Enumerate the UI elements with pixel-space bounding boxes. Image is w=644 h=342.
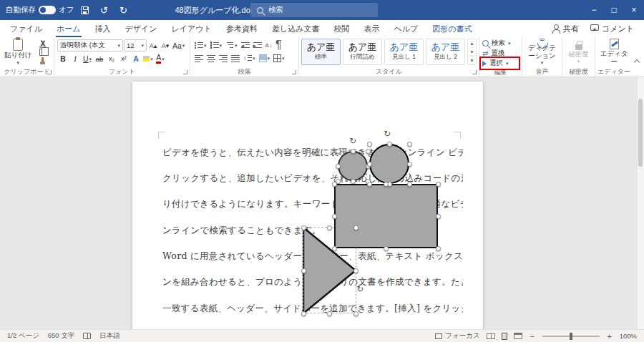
shading-button[interactable]: ▾ <box>258 52 272 64</box>
selection-handle[interactable] <box>327 225 332 230</box>
close-button[interactable]: × <box>624 0 644 20</box>
rotate-handle-icon[interactable]: ↻ <box>382 129 392 139</box>
selection-handle[interactable] <box>367 182 372 187</box>
page[interactable]: ビデオを使うと、伝えたい内容を明確に表現できます。[オンライン ビデオ] を ク… <box>132 82 483 329</box>
selection-handle[interactable] <box>407 182 412 187</box>
align-center-button[interactable] <box>205 52 217 64</box>
share-button[interactable]: 共有 <box>552 24 579 34</box>
style-card-normal[interactable]: あア亜 標準 <box>301 39 341 65</box>
styles-scroll-up-icon[interactable]: ▲ <box>468 39 476 48</box>
selection-handle[interactable] <box>327 311 332 316</box>
selection-handle[interactable] <box>351 179 356 184</box>
rotate-handle-icon[interactable]: ↻ <box>348 136 358 146</box>
strikethrough-button[interactable]: ab <box>94 53 105 64</box>
style-card-no-spacing[interactable]: あア亜 行間詰め <box>343 39 382 65</box>
autosave-toggle[interactable]: 自動保存 オフ <box>6 5 74 15</box>
style-card-heading2[interactable]: あア亜 見出し 2 <box>426 39 465 65</box>
language-status[interactable]: 日本語 <box>99 331 120 341</box>
font-size-select[interactable]: 12▾ <box>124 39 147 52</box>
font-name-select[interactable]: 游明朝体 (本文▾ <box>57 39 123 52</box>
tab-shape-format[interactable]: 図形の書式 <box>425 20 479 37</box>
justify-button[interactable] <box>230 52 241 64</box>
paste-button[interactable]: 貼り付け ▾ <box>2 39 34 65</box>
selection-handle[interactable] <box>366 149 371 154</box>
replace-button[interactable]: ⇄ 置換 <box>482 49 522 58</box>
selection-handle[interactable] <box>353 311 358 316</box>
numbering-button[interactable]: ▾ <box>209 39 224 51</box>
selection-handle[interactable] <box>353 225 358 230</box>
selection-handle[interactable] <box>367 142 372 147</box>
highlight-button[interactable]: ▾ <box>142 53 154 64</box>
sensitivity-button[interactable]: 秘密度 ▾ <box>566 39 591 65</box>
text-effects-button[interactable]: A <box>130 53 142 64</box>
selection-handle[interactable] <box>336 164 341 169</box>
toggle-switch-icon[interactable] <box>39 6 56 14</box>
align-left-button[interactable] <box>193 52 205 64</box>
selection-handle[interactable] <box>367 162 372 167</box>
selection-handle[interactable] <box>351 149 356 154</box>
bold-button[interactable]: B <box>57 53 69 64</box>
underline-button[interactable]: U▾ <box>82 53 93 64</box>
search-box[interactable]: 検索 <box>250 3 378 17</box>
bullets-button[interactable]: ▾ <box>193 39 208 51</box>
selection-handle[interactable] <box>384 182 389 187</box>
paragraph-dialog-launcher-icon[interactable] <box>292 70 296 74</box>
tab-references[interactable]: 参考資料 <box>219 20 265 37</box>
selection-handle[interactable] <box>353 268 358 273</box>
web-layout-button[interactable] <box>514 333 522 339</box>
selection-handle[interactable] <box>436 182 441 187</box>
styles-gallery-more-icon[interactable]: ▼ <box>468 56 476 64</box>
subscript-button[interactable]: x₂ <box>106 53 117 64</box>
select-button[interactable]: 選択 ▾ <box>482 59 522 68</box>
editor-button[interactable]: エディター <box>597 39 630 65</box>
format-painter-button[interactable] <box>35 56 49 64</box>
change-case-button[interactable]: Aa▾ <box>172 40 185 52</box>
zoom-in-button[interactable]: + <box>606 332 613 341</box>
grow-font-button[interactable]: A▴ <box>147 40 159 52</box>
multilevel-list-button[interactable]: ▾ <box>224 39 239 51</box>
zoom-slider[interactable] <box>542 336 600 337</box>
superscript-button[interactable]: x² <box>118 53 130 64</box>
tab-home[interactable]: ホーム <box>49 20 88 37</box>
decrease-indent-button[interactable]: ◀ <box>240 39 251 51</box>
read-mode-button[interactable] <box>487 333 495 339</box>
show-marks-button[interactable]: ¶ <box>274 39 283 51</box>
tab-insert[interactable]: 挿入 <box>88 20 118 37</box>
zoom-level[interactable]: 100% <box>620 332 637 340</box>
rotate-handle-icon[interactable]: ↻ <box>355 284 365 294</box>
save-button[interactable] <box>77 1 94 19</box>
tab-layout[interactable]: レイアウト <box>165 20 219 37</box>
vertical-scrollbar[interactable] <box>637 77 644 329</box>
shape-circle-large[interactable] <box>369 144 409 184</box>
styles-scroll-down-icon[interactable]: ▼ <box>468 48 476 57</box>
increase-indent-button[interactable]: ▶ <box>252 39 263 51</box>
selection-handle[interactable] <box>407 162 412 167</box>
proofing-status[interactable] <box>83 333 91 339</box>
zoom-out-button[interactable]: − <box>529 332 536 341</box>
focus-mode-button[interactable]: フォーカス <box>435 331 479 341</box>
tab-file[interactable]: ファイル <box>3 20 49 37</box>
page-number-status[interactable]: 1/2 ページ <box>7 331 39 341</box>
font-dialog-launcher-icon[interactable] <box>183 70 187 74</box>
line-spacing-button[interactable]: ↕▾ <box>242 52 257 64</box>
selection-handle[interactable] <box>332 182 337 187</box>
italic-button[interactable]: I <box>69 53 81 64</box>
clipboard-dialog-launcher-icon[interactable] <box>47 70 52 74</box>
minimize-button[interactable]: − <box>584 0 604 20</box>
selection-handle[interactable] <box>301 225 306 230</box>
maximize-button[interactable]: □ <box>604 0 624 20</box>
tab-help[interactable]: ヘルプ <box>386 20 425 37</box>
selection-handle[interactable] <box>301 311 306 316</box>
print-layout-button[interactable] <box>502 333 507 340</box>
tab-review[interactable]: 校閲 <box>326 20 356 37</box>
borders-button[interactable]: ▾ <box>272 52 286 64</box>
selection-handle[interactable] <box>387 142 392 147</box>
selection-handle[interactable] <box>436 246 441 251</box>
selection-handle[interactable] <box>332 246 337 251</box>
selection-handle[interactable] <box>301 268 306 273</box>
tab-mailings[interactable]: 差し込み文書 <box>265 20 327 37</box>
find-button[interactable]: 検索 ▾ <box>482 39 522 48</box>
scrollbar-thumb[interactable] <box>638 99 643 167</box>
selection-handle[interactable] <box>336 149 341 154</box>
comments-button[interactable]: コメント <box>590 24 634 34</box>
